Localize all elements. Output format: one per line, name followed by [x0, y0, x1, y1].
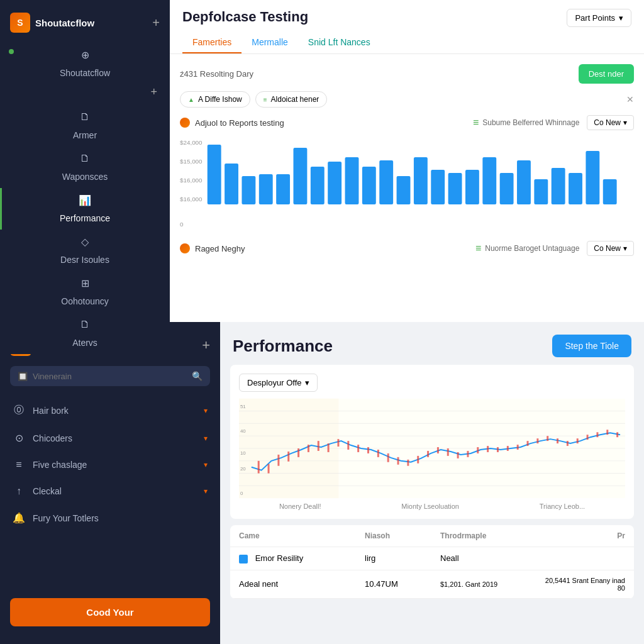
svg-rect-47	[297, 448, 299, 457]
content-bottom: Performance Step the Tiole Desployur Off…	[220, 322, 644, 644]
sidebar-item-desr-isoules[interactable]: ◇ Desr Isoules	[0, 230, 170, 271]
step-button[interactable]: Step the Tiole	[552, 335, 631, 357]
perf-header: Performance Step the Tiole	[220, 322, 644, 365]
svg-rect-10	[294, 148, 308, 204]
svg-rect-43	[258, 461, 260, 474]
search-label: ź431 Resolting Dary	[180, 69, 253, 79]
header-right: Part Points ▾	[567, 9, 631, 32]
col-header-throdrmaple: Throdrmaple	[440, 531, 541, 540]
chart-label-2: Raged Neghy	[180, 243, 245, 253]
chart-label-1: Adjuol to Reports testing	[180, 118, 284, 128]
svg-rect-74	[567, 441, 569, 446]
cood-your-button[interactable]: Cood Your	[10, 598, 210, 626]
chart-section-1: Adjuol to Reports testing ≡ Subume Belfe…	[180, 115, 634, 236]
svg-rect-6	[225, 164, 238, 204]
chevron-down-icon: ▾	[619, 13, 623, 23]
svg-rect-54	[367, 447, 369, 453]
svg-rect-15	[379, 160, 393, 204]
filter-chip-1[interactable]: ▲ A Diffe Ishow	[180, 91, 250, 108]
search-icon[interactable]: 🔍	[192, 371, 203, 381]
sidebar-item-label: Armer	[73, 130, 97, 140]
bar-chart-svg: $24,000 $15,000 $16,000 $16,000 0	[180, 135, 634, 236]
sidebar-item-chicoders[interactable]: ⊙ Chicoders ▾	[0, 425, 220, 452]
sidebar-item-five-chaslage[interactable]: ≡ Five chaslage ▾	[0, 452, 220, 478]
svg-rect-20	[465, 170, 479, 204]
chart-icon-1	[180, 118, 190, 128]
sidebar-item-oohotouncy[interactable]: ⊞ Oohotouncy	[0, 271, 170, 313]
chart-legend: Nonery Deall! Mionty Lseoluation Triancy…	[239, 499, 625, 510]
ooho-icon: ⊞	[79, 277, 91, 289]
legend-label-1: Nonery Deall!	[279, 502, 321, 510]
svg-text:40: 40	[240, 428, 246, 434]
legend-label-3: Triancy Leob...	[540, 502, 585, 510]
sidebar-item-label: Desr Isoules	[60, 255, 109, 265]
svg-rect-27	[586, 151, 599, 204]
table-row: Adeal nent 10.47UM $1,201. Gant 2019 20,…	[230, 570, 634, 599]
svg-text:$16,000: $16,000	[180, 196, 203, 202]
tabs-row: Famerties Mermalle Snid Lft Nances	[182, 32, 631, 53]
dash-nder-button[interactable]: Dest nder	[579, 64, 634, 84]
close-filter-icon[interactable]: ✕	[626, 94, 634, 104]
waponsces-icon: 🗋	[79, 153, 91, 164]
table-header: Came Niasoh Throdrmaple Pr	[230, 525, 634, 547]
svg-rect-65	[477, 447, 479, 453]
co-new-button-1[interactable]: Co New ▾	[587, 115, 634, 130]
svg-rect-52	[347, 441, 349, 450]
add-button-bottom[interactable]: +	[202, 337, 210, 353]
svg-rect-17	[414, 157, 428, 204]
tab-mermalle[interactable]: Mermalle	[242, 32, 298, 53]
svg-rect-13	[345, 157, 359, 204]
perf-title: Performance	[233, 336, 333, 356]
co-new-button-2[interactable]: Co New ▾	[587, 241, 634, 256]
brand-name-top: Shoutatcflow	[35, 18, 94, 28]
svg-rect-14	[362, 167, 376, 204]
perf-table: Came Niasoh Throdrmaple Pr Emor Resility…	[230, 525, 634, 599]
table-cell-came-2: Adeal nent	[239, 579, 365, 589]
add-button-top[interactable]: +	[152, 16, 160, 30]
svg-rect-46	[287, 452, 289, 462]
sidebar-item-atervs[interactable]: 🗋 Atervs	[0, 313, 170, 354]
sidebar-item-cleckal[interactable]: ↑ Cleckal ▾	[0, 478, 220, 504]
performance-icon: 📊	[79, 194, 91, 206]
chart-header-1: Adjuol to Reports testing ≡ Subume Belfe…	[180, 115, 634, 130]
col-header-niasoh: Niasoh	[365, 531, 440, 540]
sidebar-item-performance[interactable]: 📊 Performance	[0, 188, 170, 230]
search-box-bottom[interactable]: 🔲 🔍	[10, 366, 210, 386]
sidebar-item-hair-bork[interactable]: ⓪ Hair bork ▾	[0, 396, 220, 425]
bar-chart-wrap: $24,000 $15,000 $16,000 $16,000 0	[180, 135, 634, 236]
svg-rect-73	[557, 438, 558, 443]
svg-rect-45	[277, 455, 279, 466]
sidebar-item-fury-totlers[interactable]: 🔔 Fury Your Totlers	[0, 504, 220, 531]
sidebar-bottom: T Tanofook + 🔲 🔍 ⓪ Hair bork ▾ ⊙ Chicode…	[0, 322, 220, 644]
svg-rect-68	[507, 446, 509, 451]
table-cell-pr-2: 20,5441 Srant Enany inad 80	[541, 577, 625, 592]
table-cell-thrdr-1: Neall	[440, 553, 541, 563]
svg-rect-24	[534, 179, 548, 204]
svg-rect-22	[500, 173, 514, 204]
legend-label-2: Mionty Lseoluation	[401, 502, 459, 510]
chevron-icon-hair-bork: ▾	[204, 406, 208, 415]
svg-rect-28	[603, 179, 617, 204]
svg-rect-77	[596, 432, 598, 437]
chicoders-icon: ⊙	[13, 432, 25, 444]
deploy-dropdown[interactable]: Desployur Offe ▾	[239, 374, 318, 392]
svg-rect-23	[517, 160, 531, 204]
cleckal-icon: ↑	[13, 486, 25, 497]
tab-famerties[interactable]: Famerties	[182, 32, 242, 53]
checkbox-1[interactable]	[239, 555, 248, 564]
content-body: ź431 Resolting Dary Dest nder ▲ A Diffe …	[170, 54, 644, 322]
svg-text:$24,000: $24,000	[180, 139, 203, 145]
plus-icon-shortcuts[interactable]: +	[150, 86, 157, 99]
chip-icon-1: ▲	[188, 96, 194, 103]
svg-rect-59	[417, 456, 419, 464]
tab-snid[interactable]: Snid Lft Nances	[298, 32, 380, 53]
search-input-bottom[interactable]	[33, 372, 187, 381]
filter-chip-2[interactable]: ≡ Aldoicat hener	[255, 91, 328, 108]
sidebar-item-waponsces[interactable]: 🗋 Waponsces	[0, 147, 170, 188]
page-title: Depfolcase Testing	[182, 9, 308, 25]
part-points-button[interactable]: Part Points ▾	[567, 9, 631, 27]
sidebar-item-shortcuts[interactable]: ⊕ Shoutatcflow +	[0, 43, 170, 105]
table-cell-thrdr-2: $1,201. Gant 2019	[440, 580, 541, 588]
svg-rect-19	[448, 173, 462, 204]
sidebar-item-armer[interactable]: 🗋 Armer	[0, 105, 170, 147]
